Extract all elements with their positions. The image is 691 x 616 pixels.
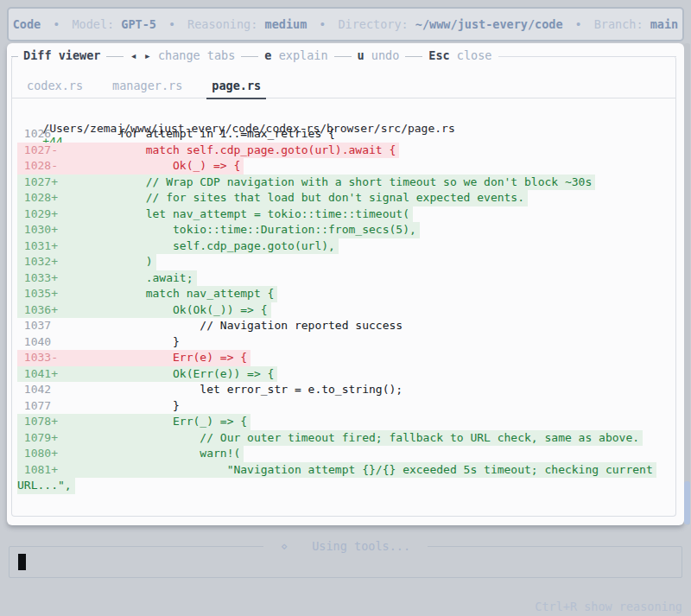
spacer <box>450 48 457 62</box>
diff-row: 1037 // Navigation reported success <box>17 318 675 334</box>
border-segment <box>498 56 677 57</box>
diff-row: 1026 for attempt in 1..=max_retries { <box>17 126 675 143</box>
line-number: 1035+ <box>17 287 58 300</box>
diff-row: 1028- Ok(_) => { <box>17 158 675 175</box>
directory-value: ~/www/just-every/code <box>415 17 563 31</box>
code-text: // Wrap CDP navigation with a short time… <box>58 175 592 188</box>
line-number: 1078+ <box>17 415 58 428</box>
code-text: Ok(Err(e)) => { <box>58 367 274 380</box>
footer-hint-bar: Ctrl+R show reasoning • Ctrl+D diff view… <box>0 586 682 603</box>
diff-row: 1040 } <box>17 334 675 351</box>
line-number: 1031+ <box>17 239 58 252</box>
chat-input-box[interactable]: ⋄ Using tools... <box>9 546 682 578</box>
code-text: self.cdp_page.goto(url), <box>58 239 335 252</box>
code-text: Err(e) => { <box>58 351 247 364</box>
line-number: 1029+ <box>17 207 58 220</box>
spacer <box>365 48 371 62</box>
diff-row: 1035+ match nav_attempt { <box>17 286 675 302</box>
diff-row: 1078+ Err(_) => { <box>17 414 675 430</box>
diff-viewer-title: Diff viewer <box>23 48 100 62</box>
diff-content[interactable]: 1026 for attempt in 1..=max_retries { 10… <box>17 126 675 515</box>
code-text: "Navigation attempt {}/{} exceeded 5s ti… <box>58 463 653 476</box>
text-cursor <box>18 554 26 570</box>
code-text: // Our outer timeout fired; fallback to … <box>58 431 639 444</box>
diff-viewer-panel: Diff viewer ◂ ▸ change tabs e explain u … <box>7 43 684 525</box>
undo-label: undo <box>371 48 400 62</box>
spacer <box>271 48 278 62</box>
tab-page.rs[interactable]: page.rs <box>210 79 263 98</box>
code-text: } <box>58 335 180 348</box>
status-text: Using tools... <box>303 539 419 553</box>
code-text: for attempt in 1..=max_retries { <box>58 127 335 140</box>
separator-dot: • <box>307 17 338 31</box>
diff-row: 1031+ self.cdp_page.goto(url), <box>17 238 675 255</box>
diff-row: 1077 } <box>17 398 675 415</box>
diff-row: 1033- Err(e) => { <box>17 350 675 366</box>
line-number: 1077 <box>17 399 58 412</box>
border-segment <box>241 56 258 57</box>
close-key[interactable]: Esc <box>428 48 449 62</box>
code-text: Ok(Ok(_)) => { <box>58 303 268 316</box>
change-tabs-hint <box>151 48 158 62</box>
branch-value: main <box>650 17 679 31</box>
diff-row: 1079+ // Our outer timeout fired; fallba… <box>17 430 675 447</box>
code-text: tokio::time::Duration::from_secs(5), <box>58 223 416 236</box>
code-text: match self.cdp_page.goto(url).await { <box>58 143 396 156</box>
line-number: 1036+ <box>17 303 58 316</box>
scrollbar-track[interactable] <box>684 43 690 525</box>
code-text: } <box>58 399 180 412</box>
line-number: 1027+ <box>17 175 58 188</box>
line-number: 1028- <box>17 159 58 172</box>
code-text: match nav_attempt { <box>58 287 274 300</box>
line-number: 1028+ <box>17 191 58 204</box>
scrollbar-thumb[interactable] <box>684 481 690 524</box>
separator-dot: • <box>41 17 72 31</box>
border-segment <box>11 56 18 57</box>
explain-label: explain <box>279 48 328 62</box>
border-segment <box>106 56 124 57</box>
model-value: GPT-5 <box>121 17 156 31</box>
close-label: close <box>457 48 492 62</box>
tab-manager.rs[interactable]: manager.rs <box>111 79 184 98</box>
code-text: Err(_) => { <box>58 415 247 428</box>
separator-dot: • <box>156 17 187 31</box>
diff-row: 1027+ // Wrap CDP navigation with a shor… <box>17 175 675 191</box>
change-tabs-label: change tabs <box>158 48 235 62</box>
code-text: warn!( <box>58 447 240 460</box>
model-label: Model: <box>72 17 114 31</box>
line-number: 1081+ <box>17 463 58 476</box>
line-number: 1030+ <box>17 223 58 236</box>
reasoning-hint: Ctrl+R show reasoning <box>535 600 682 613</box>
diff-row: 1029+ let nav_attempt = tokio::time::tim… <box>17 206 675 223</box>
code-text: .await; <box>58 271 193 284</box>
session-status-bar: Code • Model: GPT-5 • Reasoning: medium … <box>7 7 684 41</box>
change-tabs-arrows-icon[interactable]: ◂ ▸ <box>130 48 150 62</box>
line-number: 1026 <box>17 127 58 140</box>
separator-dot: • <box>563 17 594 31</box>
line-number: 1079+ <box>17 431 58 444</box>
line-number: 1037 <box>17 319 58 332</box>
explain-key[interactable]: e <box>264 48 271 62</box>
diff-row: 1080+ warn!( <box>17 446 675 462</box>
line-number: 1040 <box>17 335 58 348</box>
code-text: URL...", <box>17 479 72 492</box>
diff-row: 1028+ // for sites that load but don't s… <box>17 190 675 206</box>
code-text: ) <box>58 255 153 268</box>
tab-codex.rs[interactable]: codex.rs <box>25 79 85 98</box>
diff-row: 1033+ .await; <box>17 270 675 287</box>
undo-key[interactable]: u <box>358 48 365 62</box>
directory-label: Directory: <box>338 17 408 31</box>
app-name: Code <box>13 17 41 31</box>
line-number: 1027- <box>17 143 58 156</box>
line-number: 1033- <box>17 351 58 364</box>
status-legend: ⋄ Using tools... <box>10 539 681 553</box>
border-segment <box>405 56 422 57</box>
diff-row: 1030+ tokio::time::Duration::from_secs(5… <box>17 222 675 238</box>
diamond-icon: ⋄ <box>272 539 296 553</box>
code-text: let nav_attempt = tokio::time::timeout( <box>58 207 409 220</box>
diff-row: URL...", <box>17 478 675 494</box>
diff-row: 1036+ Ok(Ok(_)) => { <box>17 302 675 319</box>
line-number: 1032+ <box>17 255 58 268</box>
border-segment <box>334 56 352 57</box>
reasoning-label: Reasoning: <box>187 17 257 31</box>
